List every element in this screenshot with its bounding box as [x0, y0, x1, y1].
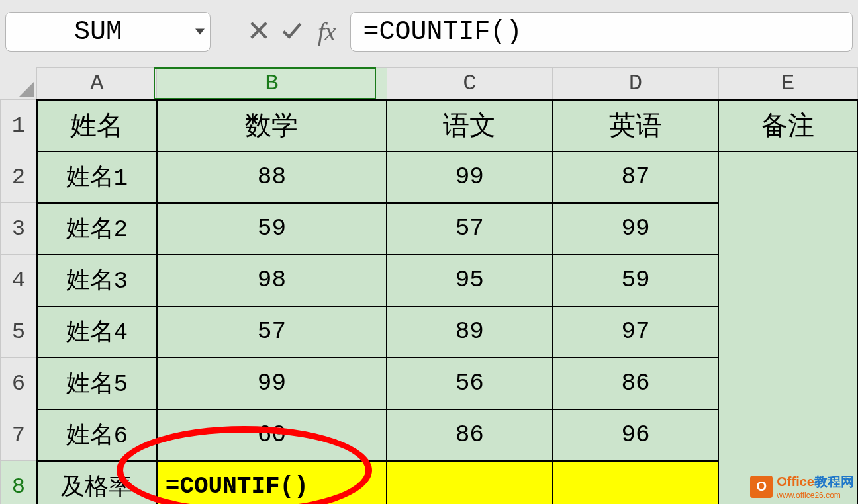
cell-A1[interactable]: 姓名: [37, 100, 157, 151]
cell-B4[interactable]: 98: [157, 255, 387, 306]
row-7: 7 姓名6 60 86 96: [1, 409, 858, 461]
cells-table[interactable]: A B C D E 1 姓名 数学 语文 英语 备注 2 姓名1 88 99 8…: [0, 67, 858, 504]
cell-A3[interactable]: 姓名2: [37, 203, 157, 255]
col-header-E[interactable]: E: [718, 68, 857, 100]
cell-B8[interactable]: =COUNTIF(): [157, 461, 387, 505]
watermark-text: Office教程网 www.office26.com: [777, 473, 854, 500]
row-8: 8 及格率 =COUNTIF(): [1, 461, 858, 505]
row-6: 6 姓名5 99 56 86: [1, 358, 858, 409]
cell-E1[interactable]: 备注: [718, 100, 857, 151]
chevron-down-icon[interactable]: [195, 29, 205, 35]
cell-E2[interactable]: [718, 151, 857, 203]
cell-B6[interactable]: 99: [157, 358, 387, 409]
cell-D7[interactable]: 96: [553, 409, 719, 461]
confirm-icon[interactable]: [281, 19, 303, 44]
row-header-7[interactable]: 7: [1, 409, 37, 461]
formula-bar: SUM fx: [0, 0, 858, 63]
col-header-A[interactable]: A: [37, 68, 157, 100]
spreadsheet-grid: A B C D E 1 姓名 数学 语文 英语 备注 2 姓名1 88 99 8…: [0, 67, 858, 504]
row-5: 5 姓名4 57 89 97: [1, 306, 858, 358]
cell-C5[interactable]: 89: [387, 306, 553, 358]
cell-C4[interactable]: 95: [387, 255, 553, 306]
col-header-B[interactable]: B: [157, 68, 387, 100]
cell-D1[interactable]: 英语: [553, 100, 719, 151]
cell-B1[interactable]: 数学: [157, 100, 387, 151]
cell-E3[interactable]: [718, 203, 857, 255]
row-header-6[interactable]: 6: [1, 358, 37, 409]
watermark-url: www.office26.com: [777, 491, 854, 500]
cell-A4[interactable]: 姓名3: [37, 255, 157, 306]
formula-input[interactable]: [350, 12, 853, 52]
name-box-value: SUM: [74, 17, 122, 47]
col-header-C[interactable]: C: [387, 68, 553, 100]
cell-D5[interactable]: 97: [553, 306, 719, 358]
column-header-row: A B C D E: [1, 68, 858, 100]
cell-C6[interactable]: 56: [387, 358, 553, 409]
cell-C3[interactable]: 57: [387, 203, 553, 255]
watermark-brand2: 教程网: [814, 474, 854, 489]
cell-A5[interactable]: 姓名4: [37, 306, 157, 358]
cell-A8[interactable]: 及格率: [37, 461, 157, 505]
row-header-4[interactable]: 4: [1, 255, 37, 306]
row-header-2[interactable]: 2: [1, 151, 37, 203]
cell-C1[interactable]: 语文: [387, 100, 553, 151]
cell-C8[interactable]: [387, 461, 553, 505]
cell-D2[interactable]: 87: [553, 151, 719, 203]
col-header-D[interactable]: D: [553, 68, 719, 100]
cell-B3[interactable]: 59: [157, 203, 387, 255]
select-all-corner[interactable]: [1, 68, 37, 100]
fx-icon[interactable]: fx: [318, 17, 336, 46]
row-header-3[interactable]: 3: [1, 203, 37, 255]
cell-A2[interactable]: 姓名1: [37, 151, 157, 203]
cell-D6[interactable]: 86: [553, 358, 719, 409]
row-4: 4 姓名3 98 95 59: [1, 255, 858, 306]
watermark-brand1: Office: [777, 474, 814, 489]
watermark-logo-icon: O: [750, 476, 773, 498]
cell-B5[interactable]: 57: [157, 306, 387, 358]
cell-B7[interactable]: 60: [157, 409, 387, 461]
row-1: 1 姓名 数学 语文 英语 备注: [1, 100, 858, 151]
cell-C2[interactable]: 99: [387, 151, 553, 203]
cell-A6[interactable]: 姓名5: [37, 358, 157, 409]
cell-E7[interactable]: [718, 409, 857, 461]
cell-D8[interactable]: [553, 461, 719, 505]
cell-D4[interactable]: 59: [553, 255, 719, 306]
row-header-8[interactable]: 8: [1, 461, 37, 505]
cell-B2[interactable]: 88: [157, 151, 387, 203]
row-3: 3 姓名2 59 57 99: [1, 203, 858, 255]
cell-E4[interactable]: [718, 255, 857, 306]
cell-A7[interactable]: 姓名6: [37, 409, 157, 461]
name-box[interactable]: SUM: [5, 12, 211, 52]
formula-bar-buttons: fx: [248, 17, 340, 46]
row-header-1[interactable]: 1: [1, 100, 37, 151]
cell-E5[interactable]: [718, 306, 857, 358]
row-header-5[interactable]: 5: [1, 306, 37, 358]
watermark: O Office教程网 www.office26.com: [750, 473, 854, 500]
cancel-icon[interactable]: [248, 19, 270, 44]
cell-C7[interactable]: 86: [387, 409, 553, 461]
cell-E6[interactable]: [718, 358, 857, 409]
row-2: 2 姓名1 88 99 87: [1, 151, 858, 203]
cell-D3[interactable]: 99: [553, 203, 719, 255]
